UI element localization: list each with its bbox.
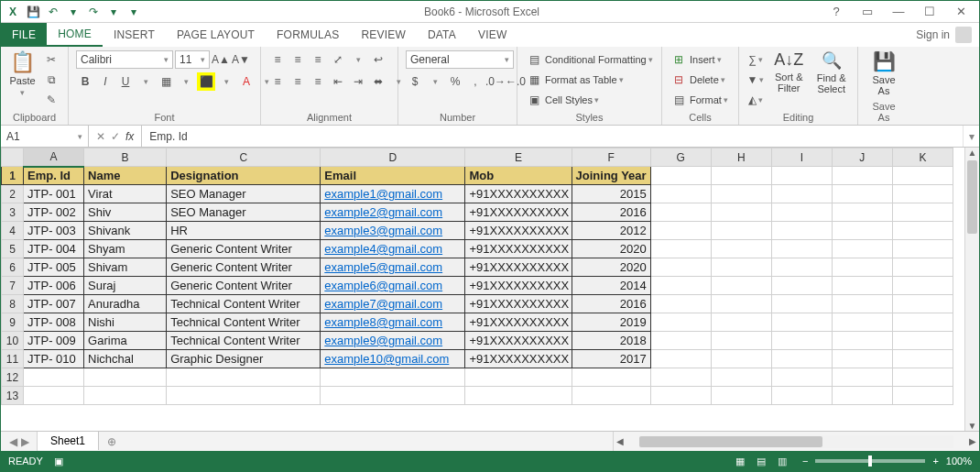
borders-icon[interactable]: ▦ [157, 72, 175, 91]
bold-button[interactable]: B [76, 72, 94, 91]
email-link[interactable]: example4@gmail.com [324, 242, 442, 256]
new-sheet-button[interactable]: ⊕ [99, 432, 125, 451]
cell[interactable] [711, 258, 771, 277]
insert-cells-button[interactable]: ⊞Insert▾ [670, 50, 722, 69]
cell[interactable] [650, 295, 711, 313]
cancel-formula-icon[interactable]: ✕ [96, 130, 105, 143]
delete-cells-button[interactable]: ⊟Delete▾ [670, 71, 725, 89]
cell[interactable] [465, 368, 572, 387]
font-name-select[interactable]: Calibri▾ [76, 50, 173, 69]
fill-color-icon[interactable]: ⬛ [197, 72, 215, 91]
cell-email[interactable]: example7@gmail.com [321, 295, 465, 313]
undo-icon[interactable]: ↶ [45, 4, 61, 20]
cell[interactable] [84, 368, 167, 387]
cell-mobile[interactable]: +91XXXXXXXXXX [465, 295, 572, 313]
increase-indent-icon[interactable]: ⇥ [349, 72, 367, 91]
cell-year[interactable]: 2012 [572, 222, 650, 240]
cell-empid[interactable]: JTP- 003 [24, 222, 84, 240]
cell-designation[interactable]: Technical Content Writer [167, 332, 321, 350]
cell-name[interactable]: Nichchal [84, 350, 167, 368]
cell[interactable] [711, 203, 771, 222]
cell[interactable] [832, 258, 892, 277]
cell[interactable] [771, 387, 832, 405]
row-header[interactable]: 7 [2, 277, 24, 295]
cell-name[interactable]: Suraj [84, 277, 167, 295]
row-header[interactable]: 8 [2, 295, 24, 313]
cell[interactable] [892, 313, 953, 332]
cell[interactable] [832, 185, 892, 203]
cell[interactable] [321, 368, 465, 387]
header-cell[interactable]: Joining Year [572, 167, 650, 185]
qat-customize[interactable]: ▾ [125, 4, 142, 20]
email-link[interactable]: example2@gmail.com [324, 205, 442, 219]
macro-record-icon[interactable]: ▣ [54, 456, 63, 467]
cell[interactable] [771, 240, 832, 258]
cell-mobile[interactable]: +91XXXXXXXXXX [465, 222, 572, 240]
cell[interactable] [892, 222, 953, 240]
cell-designation[interactable]: SEO Manager [167, 185, 321, 203]
cell[interactable] [832, 387, 892, 405]
cell[interactable] [771, 222, 832, 240]
cell-email[interactable]: example9@gmail.com [321, 332, 465, 350]
cell[interactable] [832, 295, 892, 313]
col-header-I[interactable]: I [771, 148, 832, 167]
cell[interactable] [711, 332, 771, 350]
cell-year[interactable]: 2016 [572, 203, 650, 222]
row-header[interactable]: 13 [2, 387, 24, 405]
cell-mobile[interactable]: +91XXXXXXXXXX [465, 332, 572, 350]
cell[interactable] [892, 387, 953, 405]
email-link[interactable]: example7@gmail.com [324, 297, 442, 311]
cell-year[interactable]: 2017 [572, 350, 650, 368]
percent-icon[interactable]: % [446, 72, 464, 91]
cell[interactable] [892, 185, 953, 203]
row-header[interactable]: 6 [2, 258, 24, 277]
cell[interactable] [771, 313, 832, 332]
enter-formula-icon[interactable]: ✓ [111, 130, 120, 143]
hscroll-thumb[interactable] [639, 436, 822, 447]
cell-year[interactable]: 2018 [572, 332, 650, 350]
cell[interactable] [650, 313, 711, 332]
cell[interactable] [771, 277, 832, 295]
cell[interactable] [711, 313, 771, 332]
col-header-E[interactable]: E [465, 148, 572, 167]
cell-name[interactable]: Garima [84, 332, 167, 350]
save-as-button[interactable]: 💾 Save As [866, 50, 902, 96]
col-header-K[interactable]: K [892, 148, 953, 167]
cell-empid[interactable]: JTP- 004 [24, 240, 84, 258]
col-header-J[interactable]: J [832, 148, 892, 167]
cell-year[interactable]: 2020 [572, 240, 650, 258]
zoom-out-icon[interactable]: − [802, 456, 808, 467]
cell[interactable] [167, 368, 321, 387]
cell[interactable] [832, 277, 892, 295]
email-link[interactable]: example8@gmail.com [324, 315, 442, 329]
cell[interactable] [650, 203, 711, 222]
cell-mobile[interactable]: +91XXXXXXXXXX [465, 313, 572, 332]
tab-file[interactable]: FILE [1, 23, 47, 47]
tab-view[interactable]: VIEW [467, 23, 517, 47]
sign-in[interactable]: Sign in [909, 23, 979, 47]
cell-mobile[interactable]: +91XXXXXXXXXX [465, 277, 572, 295]
cell[interactable] [832, 222, 892, 240]
cell[interactable] [711, 350, 771, 368]
align-top-icon[interactable]: ≡ [268, 50, 287, 69]
row-header[interactable]: 2 [2, 185, 24, 203]
cell-mobile[interactable]: +91XXXXXXXXXX [465, 240, 572, 258]
email-link[interactable]: example5@gmail.com [324, 260, 442, 274]
formula-expand-icon[interactable]: ▾ [963, 126, 979, 147]
cell[interactable] [771, 368, 832, 387]
col-header-H[interactable]: H [711, 148, 771, 167]
cell[interactable] [650, 222, 711, 240]
row-header[interactable]: 3 [2, 203, 24, 222]
vertical-scrollbar[interactable]: ▲ ▼ [964, 148, 979, 431]
cell[interactable] [832, 167, 892, 185]
redo-icon[interactable]: ↷ [85, 4, 102, 20]
cell-designation[interactable]: Generic Content Writer [167, 240, 321, 258]
cell-designation[interactable]: HR [167, 222, 321, 240]
underline-button[interactable]: U [116, 72, 135, 91]
align-middle-icon[interactable]: ≡ [289, 50, 307, 69]
row-header[interactable]: 11 [2, 350, 24, 368]
cell[interactable] [771, 332, 832, 350]
cell[interactable] [892, 258, 953, 277]
cell[interactable] [572, 387, 650, 405]
cell-year[interactable]: 2015 [572, 185, 650, 203]
